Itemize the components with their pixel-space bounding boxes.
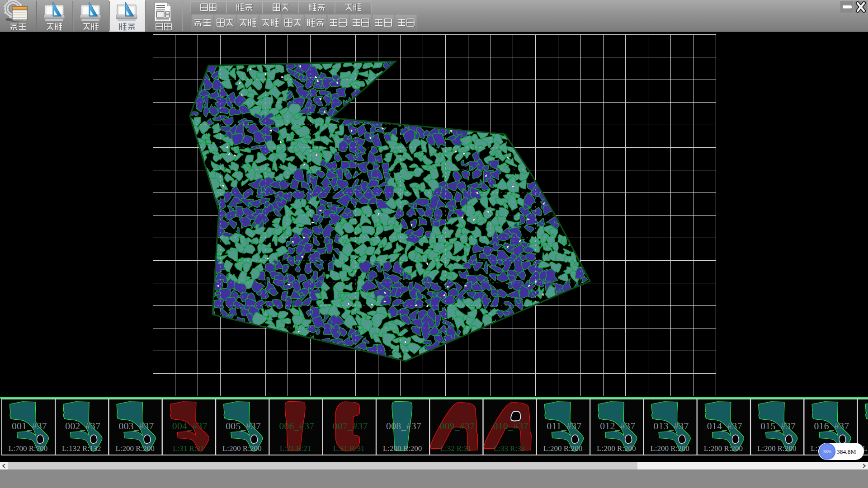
svg-text:006_#37: 006_#37 <box>279 421 314 432</box>
svg-text:L:200 R:200: L:200 R:200 <box>222 444 261 453</box>
svg-text:L:200 R:200: L:200 R:200 <box>757 444 796 453</box>
svg-text:009_#37: 009_#37 <box>439 421 475 432</box>
svg-text:013_#37: 013_#37 <box>654 421 689 432</box>
svg-text:012_#37: 012_#37 <box>600 421 635 432</box>
svg-text:L:200 R:200: L:200 R:200 <box>704 444 743 453</box>
svg-text:384.8M: 384.8M <box>837 448 856 455</box>
svg-text:L:200 R:200: L:200 R:200 <box>383 444 422 453</box>
svg-text:L:200 R:200: L:200 R:200 <box>650 444 689 453</box>
svg-text:L:32 R:31: L:32 R:31 <box>440 444 472 453</box>
svg-text:001_#37: 001_#37 <box>12 421 47 432</box>
svg-text:L:700 R:700: L:700 R:700 <box>9 444 47 453</box>
svg-text:L:31 R:31: L:31 R:31 <box>333 444 364 453</box>
svg-text:011_#37: 011_#37 <box>547 421 581 432</box>
svg-text:007_#37: 007_#37 <box>333 421 368 432</box>
svg-text:008_#37: 008_#37 <box>386 421 421 432</box>
svg-text:004_#37: 004_#37 <box>172 421 208 432</box>
svg-text:38%: 38% <box>823 449 831 454</box>
svg-text:L:31 R:31: L:31 R:31 <box>173 444 204 453</box>
svg-text:L:21 R:21: L:21 R:21 <box>280 444 311 453</box>
svg-text:L:132 R:132: L:132 R:132 <box>62 444 101 453</box>
svg-text:L:33 R:33: L:33 R:33 <box>494 444 525 453</box>
svg-text:L:200 R:200: L:200 R:200 <box>115 444 154 453</box>
svg-text:002_#37: 002_#37 <box>65 421 100 432</box>
svg-text:014_#37: 014_#37 <box>707 421 742 432</box>
svg-text:003_#37: 003_#37 <box>119 421 154 432</box>
svg-text:010_#37: 010_#37 <box>493 421 528 432</box>
svg-text:005_#37: 005_#37 <box>226 421 261 432</box>
svg-text:L:200 R:200: L:200 R:200 <box>597 444 636 453</box>
svg-text:016_#37: 016_#37 <box>814 421 849 432</box>
svg-text:L:200 R:200: L:200 R:200 <box>543 444 582 453</box>
svg-text:015_#37: 015_#37 <box>760 421 796 432</box>
